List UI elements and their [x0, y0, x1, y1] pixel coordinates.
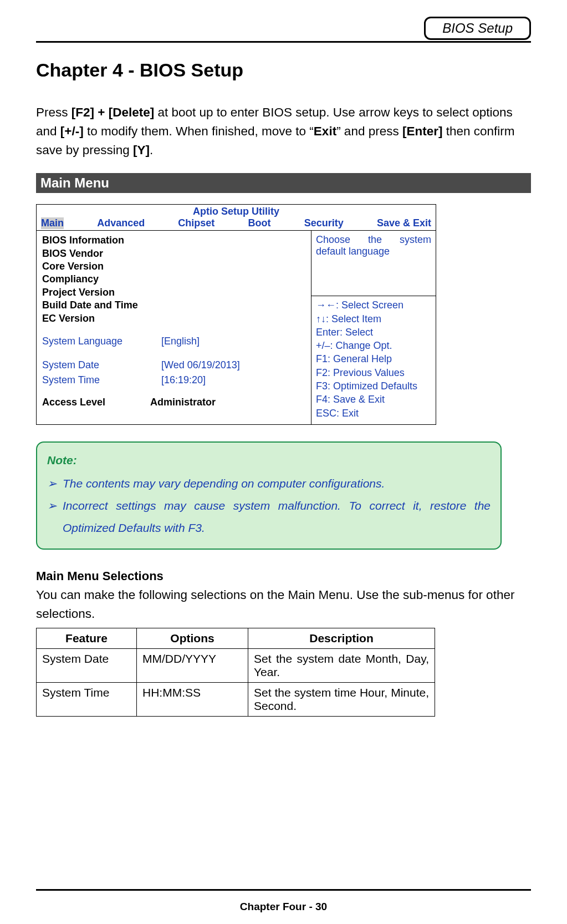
header-badge: BIOS Setup	[424, 17, 531, 40]
intro-key-f2-delete: [F2] + [Delete]	[71, 105, 154, 119]
bios-system-language-row[interactable]: System Language [English]	[42, 334, 305, 349]
bios-key-line: Enter: Select	[316, 326, 431, 339]
bios-tab-main[interactable]: Main	[41, 217, 64, 229]
selections-heading: Main Menu Selections	[36, 569, 531, 583]
cell-options: MM/DD/YYYY	[137, 648, 248, 682]
bios-system-time-value: [16:19:20]	[161, 373, 206, 388]
note-box: Note: ➢ The contents may vary depending …	[36, 441, 502, 550]
bios-tabs: Main Advanced Chipset Boot Security Save…	[40, 217, 432, 229]
selections-table: Feature Options Description System Date …	[36, 628, 435, 717]
bios-panel-header: Aptio Setup Utility Main Advanced Chipse…	[37, 205, 436, 231]
bios-system-time-label: System Time	[42, 373, 161, 388]
bios-info-line: Core Version	[42, 260, 305, 273]
bios-info-line: EC Version	[42, 312, 305, 325]
bottom-rule	[36, 889, 531, 891]
th-options: Options	[137, 628, 248, 648]
bios-help-text: Choose the system default language	[311, 231, 436, 296]
bios-info-line: Project Version	[42, 286, 305, 299]
cell-description: Set the system date Month, Day, Year.	[248, 648, 435, 682]
intro-text: Press	[36, 105, 71, 119]
bios-system-date-row[interactable]: System Date [Wed 06/19/2013]	[42, 358, 305, 373]
table-row: System Time HH:MM:SS Set the system time…	[37, 682, 435, 716]
top-rule	[36, 41, 531, 43]
bios-right-pane: Choose the system default language →←: S…	[311, 231, 436, 424]
bios-key-line: F3: Optimized Defaults	[316, 379, 431, 393]
bios-panel: Aptio Setup Utility Main Advanced Chipse…	[36, 204, 436, 425]
bios-key-legend: →←: Select Screen ↑↓: Select Item Enter:…	[311, 296, 436, 424]
bios-key-line: F2: Previous Values	[316, 366, 431, 379]
cell-feature: System Date	[37, 648, 137, 682]
intro-key-enter: [Enter]	[402, 124, 443, 138]
bios-tab-save-exit[interactable]: Save & Exit	[377, 217, 431, 229]
intro-text: to modify them. When finished, move to “	[84, 124, 314, 138]
th-description: Description	[248, 628, 435, 648]
cell-options: HH:MM:SS	[137, 682, 248, 716]
bios-tab-boot[interactable]: Boot	[248, 217, 271, 229]
bios-access-level-row: Access Level Administrator	[42, 397, 305, 408]
footer-text: Chapter Four - 30	[36, 901, 531, 913]
table-header-row: Feature Options Description	[37, 628, 435, 648]
intro-key-plusminus: [+/-]	[60, 124, 84, 138]
chapter-title: Chapter 4 - BIOS Setup	[36, 59, 531, 81]
th-feature: Feature	[37, 628, 137, 648]
bios-system-date-label: System Date	[42, 358, 161, 373]
bios-key-line: F1: General Help	[316, 352, 431, 365]
bios-tab-advanced[interactable]: Advanced	[97, 217, 145, 229]
note-item: ➢ The contents may vary depending on com…	[47, 473, 491, 495]
intro-text: .	[150, 143, 153, 157]
bios-tab-chipset[interactable]: Chipset	[178, 217, 214, 229]
note-item: ➢ Incorrect settings may cause system ma…	[47, 495, 491, 539]
bios-system-language-label: System Language	[42, 334, 161, 349]
note-text: Incorrect settings may cause system malf…	[63, 495, 491, 539]
bios-system-time-row[interactable]: System Time [16:19:20]	[42, 373, 305, 388]
intro-key-y: [Y]	[133, 143, 150, 157]
note-text: The contents may vary depending on compu…	[63, 473, 491, 495]
bios-left-pane: BIOS Information BIOS Vendor Core Versio…	[37, 231, 311, 424]
bios-system-date-value: [Wed 06/19/2013]	[161, 358, 240, 373]
intro-paragraph: Press [F2] + [Delete] at boot up to ente…	[36, 103, 531, 159]
bios-info-line: BIOS Vendor	[42, 247, 305, 260]
page-footer: Chapter Four - 30	[36, 889, 531, 913]
cell-feature: System Time	[37, 682, 137, 716]
intro-exit: Exit	[314, 124, 336, 138]
bullet-arrow-icon: ➢	[47, 473, 63, 495]
bios-tab-security[interactable]: Security	[304, 217, 344, 229]
bios-key-line: ↑↓: Select Item	[316, 312, 431, 326]
bios-access-level-label: Access Level	[42, 397, 150, 408]
note-title: Note:	[47, 449, 491, 471]
bios-info-line: Build Date and Time	[42, 299, 305, 312]
bullet-arrow-icon: ➢	[47, 495, 63, 539]
section-bar-main-menu: Main Menu	[36, 173, 531, 193]
bios-title: Aptio Setup Utility	[40, 206, 432, 217]
page-header: BIOS Setup	[36, 17, 531, 40]
bios-system-language-value: [English]	[161, 334, 200, 349]
bios-info-line: BIOS Information	[42, 234, 305, 247]
bios-access-level-value: Administrator	[150, 397, 216, 408]
bios-key-line: F4: Save & Exit	[316, 393, 431, 406]
selections-intro: You can make the following selections on…	[36, 586, 531, 623]
bios-key-line: ESC: Exit	[316, 407, 431, 420]
bios-info-line: Compliancy	[42, 273, 305, 286]
table-row: System Date MM/DD/YYYY Set the system da…	[37, 648, 435, 682]
bios-key-line: +/–: Change Opt.	[316, 339, 431, 352]
bios-key-line: →←: Select Screen	[316, 298, 431, 312]
cell-description: Set the system time Hour, Minute, Second…	[248, 682, 435, 716]
intro-text: ” and press	[336, 124, 402, 138]
